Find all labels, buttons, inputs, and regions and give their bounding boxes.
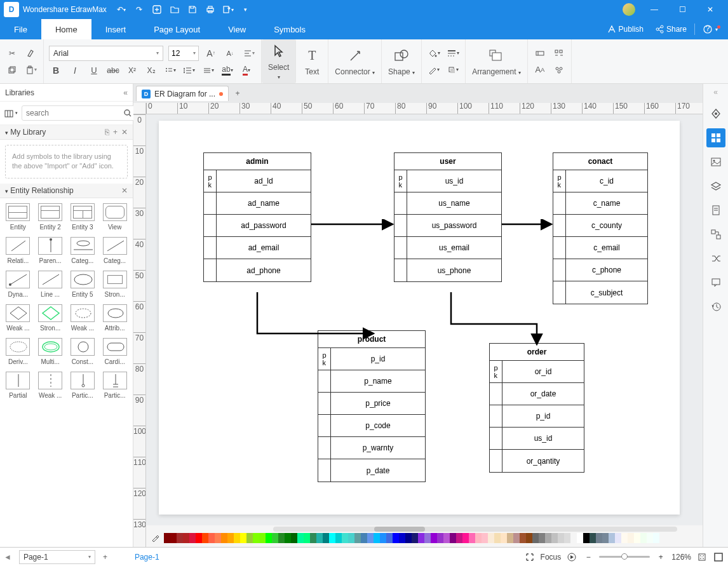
color-swatch[interactable]	[291, 533, 297, 543]
color-swatch[interactable]	[361, 533, 367, 543]
color-swatch[interactable]	[640, 533, 647, 543]
bullets-icon[interactable]: ▾	[163, 64, 177, 77]
color-swatch[interactable]	[393, 533, 399, 543]
color-swatch[interactable]	[475, 533, 482, 543]
entity-user[interactable]: userpkus_idus_nameus_passwordus_emailus_…	[394, 152, 502, 282]
color-swatch[interactable]	[335, 533, 342, 543]
tab-home[interactable]: Home	[41, 19, 91, 39]
select-tool[interactable]: Select▾	[262, 39, 296, 83]
font-select[interactable]: Arial▾	[49, 46, 163, 61]
shape-entity-3[interactable]: Entity 3	[67, 201, 98, 233]
color-swatch[interactable]	[215, 533, 221, 543]
share-button[interactable]: Share	[651, 25, 691, 34]
close-lib-icon[interactable]: ✕	[121, 128, 128, 137]
pen-icon[interactable]: ▾	[427, 63, 441, 77]
color-swatch[interactable]	[266, 533, 272, 543]
add-page-button[interactable]: +	[103, 553, 114, 562]
help-button[interactable]: ?▾	[699, 24, 722, 34]
zoom-slider[interactable]	[599, 556, 650, 558]
shape-partic-[interactable]: Partic...	[99, 369, 130, 401]
fullscreen-icon[interactable]	[713, 551, 724, 563]
dimension-icon[interactable]	[533, 46, 547, 60]
color-swatch[interactable]	[310, 533, 316, 543]
color-swatch[interactable]	[227, 533, 234, 543]
color-swatch[interactable]	[570, 533, 577, 543]
color-swatch[interactable]	[653, 533, 659, 543]
redo-button[interactable]: ↷	[131, 3, 147, 17]
color-swatch[interactable]	[399, 533, 405, 543]
shape-line-[interactable]: Line ...	[35, 268, 66, 300]
search-input[interactable]	[22, 105, 136, 121]
color-swatch[interactable]	[329, 533, 335, 543]
grid-tool[interactable]	[706, 128, 725, 147]
color-swatch[interactable]	[424, 533, 431, 543]
tab-page-layout[interactable]: Page Layout	[140, 19, 214, 39]
shape-categ-[interactable]: Categ...	[99, 234, 130, 267]
shape-entity[interactable]: Entity	[3, 201, 34, 233]
color-swatch[interactable]	[348, 533, 354, 543]
h-scrollbar[interactable]	[273, 527, 677, 532]
export-button[interactable]: ▾	[220, 3, 236, 17]
color-swatch[interactable]	[501, 533, 507, 543]
superscript-icon[interactable]: X²	[125, 64, 139, 77]
tab-file[interactable]: File	[0, 19, 41, 39]
entity-product[interactable]: productpkp_idp_namep_pricep_codep_warnty…	[318, 330, 426, 482]
color-swatch[interactable]	[183, 533, 189, 543]
color-swatch[interactable]	[354, 533, 361, 543]
color-swatch[interactable]	[551, 533, 558, 543]
grow-font-icon[interactable]: A↑	[204, 46, 218, 60]
connector-panel-tool[interactable]	[706, 225, 725, 244]
color-swatch[interactable]	[342, 533, 348, 543]
shape-view[interactable]: View	[99, 201, 130, 233]
shape-entity-2[interactable]: Entity 2	[35, 201, 66, 233]
save-button[interactable]	[184, 3, 201, 17]
color-swatch[interactable]	[450, 533, 456, 543]
shrink-font-icon[interactable]: A↓	[223, 46, 237, 60]
new-button[interactable]	[149, 3, 165, 17]
color-swatch[interactable]	[437, 533, 443, 543]
color-swatch[interactable]	[545, 533, 551, 543]
color-swatch[interactable]	[462, 533, 469, 543]
color-swatch[interactable]	[202, 533, 208, 543]
search-icon[interactable]	[123, 109, 132, 118]
shape-deriv-[interactable]: Deriv...	[3, 335, 34, 368]
maximize-button[interactable]: ☐	[668, 1, 696, 18]
strikethrough-icon[interactable]: abc	[106, 64, 120, 77]
shape-cardi-[interactable]: Cardi...	[99, 335, 130, 368]
color-swatch[interactable]	[564, 533, 570, 543]
color-swatch[interactable]	[583, 533, 590, 543]
align-icon[interactable]: ▾	[242, 46, 256, 60]
cut-icon[interactable]: ✂	[5, 46, 19, 60]
list-icon[interactable]: ▾	[201, 64, 215, 77]
color-swatch[interactable]	[520, 533, 526, 543]
drawing-page[interactable]: adminpkad_ldad_namead_passwordad_emailad…	[159, 121, 680, 515]
shape-weak-[interactable]: Weak ...	[3, 302, 34, 334]
tab-view[interactable]: View	[214, 19, 260, 39]
shadow-icon[interactable]: ▾	[446, 63, 460, 77]
qat-more[interactable]: ▾	[238, 3, 254, 17]
open-button[interactable]	[166, 3, 183, 17]
canvas[interactable]: adminpkad_ldad_namead_passwordad_emailad…	[146, 114, 703, 525]
color-swatch[interactable]	[558, 533, 564, 543]
italic-icon[interactable]: I	[68, 64, 82, 77]
color-swatch[interactable]	[253, 533, 259, 543]
color-swatch[interactable]	[170, 533, 177, 543]
color-swatch[interactable]	[386, 533, 393, 543]
collapse-sidebar-icon[interactable]: «	[123, 88, 128, 97]
layers-tool[interactable]	[706, 177, 725, 196]
color-swatch[interactable]	[513, 533, 520, 543]
font-size-select[interactable]: 12▾	[168, 46, 199, 61]
tab-symbols[interactable]: Symbols	[260, 19, 320, 39]
underline-icon[interactable]: U	[87, 64, 101, 77]
shape-const-[interactable]: Const...	[67, 335, 98, 368]
color-swatch[interactable]	[234, 533, 240, 543]
color-swatch[interactable]	[374, 533, 380, 543]
comment-tool[interactable]	[706, 273, 725, 292]
color-swatch[interactable]	[577, 533, 583, 543]
color-swatch[interactable]	[609, 533, 615, 543]
play-icon[interactable]	[566, 551, 577, 563]
color-swatch[interactable]	[482, 533, 488, 543]
import-icon[interactable]: ⎘	[105, 128, 109, 137]
color-swatch[interactable]	[316, 533, 323, 543]
shape-tool[interactable]: Shape ▾	[382, 39, 422, 83]
